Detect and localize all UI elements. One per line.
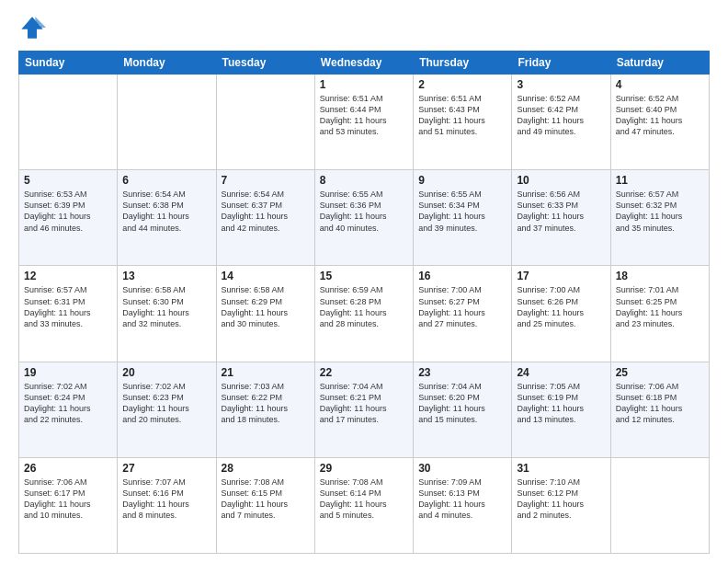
calendar-cell — [118, 75, 216, 170]
day-number: 19 — [24, 366, 112, 379]
day-info: Sunrise: 6:51 AM Sunset: 6:43 PM Dayligh… — [418, 93, 506, 138]
day-number: 10 — [517, 174, 605, 187]
calendar-cell: 28Sunrise: 7:08 AM Sunset: 6:15 PM Dayli… — [216, 457, 314, 553]
calendar-cell: 24Sunrise: 7:05 AM Sunset: 6:19 PM Dayli… — [512, 362, 610, 457]
calendar-cell: 8Sunrise: 6:55 AM Sunset: 6:36 PM Daylig… — [314, 170, 413, 266]
day-number: 3 — [517, 78, 605, 91]
calendar-cell: 3Sunrise: 6:52 AM Sunset: 6:42 PM Daylig… — [512, 75, 610, 170]
day-info: Sunrise: 6:57 AM Sunset: 6:31 PM Dayligh… — [24, 284, 112, 329]
day-info: Sunrise: 6:56 AM Sunset: 6:33 PM Dayligh… — [517, 189, 605, 234]
day-header-friday: Friday — [512, 52, 610, 75]
day-info: Sunrise: 7:04 AM Sunset: 6:21 PM Dayligh… — [320, 381, 408, 426]
day-number: 22 — [320, 366, 408, 379]
calendar-cell: 29Sunrise: 7:08 AM Sunset: 6:14 PM Dayli… — [314, 457, 413, 553]
day-number: 2 — [418, 78, 506, 91]
calendar-cell: 15Sunrise: 6:59 AM Sunset: 6:28 PM Dayli… — [314, 266, 413, 362]
page: SundayMondayTuesdayWednesdayThursdayFrid… — [0, 0, 728, 563]
day-header-wednesday: Wednesday — [314, 52, 413, 75]
calendar-cell — [216, 75, 314, 170]
day-number: 11 — [616, 174, 704, 187]
day-info: Sunrise: 7:08 AM Sunset: 6:14 PM Dayligh… — [320, 477, 408, 522]
day-header-sunday: Sunday — [19, 52, 118, 75]
day-number: 24 — [517, 366, 605, 379]
day-number: 27 — [122, 462, 210, 475]
calendar-cell: 30Sunrise: 7:09 AM Sunset: 6:13 PM Dayli… — [414, 457, 512, 553]
calendar-cell: 11Sunrise: 6:57 AM Sunset: 6:32 PM Dayli… — [610, 170, 709, 266]
day-info: Sunrise: 6:57 AM Sunset: 6:32 PM Dayligh… — [616, 189, 704, 234]
calendar-cell: 1Sunrise: 6:51 AM Sunset: 6:44 PM Daylig… — [314, 75, 413, 170]
calendar-cell: 17Sunrise: 7:00 AM Sunset: 6:26 PM Dayli… — [512, 266, 610, 362]
calendar-cell: 9Sunrise: 6:55 AM Sunset: 6:34 PM Daylig… — [414, 170, 512, 266]
day-number: 30 — [418, 462, 506, 475]
calendar-week-5: 26Sunrise: 7:06 AM Sunset: 6:17 PM Dayli… — [19, 457, 710, 553]
calendar-cell: 18Sunrise: 7:01 AM Sunset: 6:25 PM Dayli… — [610, 266, 709, 362]
day-info: Sunrise: 6:52 AM Sunset: 6:42 PM Dayligh… — [517, 93, 605, 138]
day-number: 8 — [320, 174, 408, 187]
day-number: 1 — [320, 78, 408, 91]
day-number: 29 — [320, 462, 408, 475]
calendar-cell — [610, 457, 709, 553]
calendar-cell: 10Sunrise: 6:56 AM Sunset: 6:33 PM Dayli… — [512, 170, 610, 266]
day-number: 17 — [517, 270, 605, 282]
svg-marker-0 — [21, 17, 42, 38]
day-number: 12 — [24, 270, 112, 282]
day-info: Sunrise: 6:58 AM Sunset: 6:29 PM Dayligh… — [222, 284, 310, 329]
day-info: Sunrise: 7:09 AM Sunset: 6:13 PM Dayligh… — [418, 477, 506, 522]
day-number: 23 — [418, 366, 506, 379]
day-info: Sunrise: 7:10 AM Sunset: 6:12 PM Dayligh… — [517, 477, 605, 522]
calendar-cell: 14Sunrise: 6:58 AM Sunset: 6:29 PM Dayli… — [216, 266, 314, 362]
day-number: 15 — [320, 270, 408, 282]
calendar-cell: 4Sunrise: 6:52 AM Sunset: 6:40 PM Daylig… — [610, 75, 709, 170]
calendar-cell: 7Sunrise: 6:54 AM Sunset: 6:37 PM Daylig… — [216, 170, 314, 266]
calendar-cell: 31Sunrise: 7:10 AM Sunset: 6:12 PM Dayli… — [512, 457, 610, 553]
day-number: 28 — [222, 462, 310, 475]
day-info: Sunrise: 6:59 AM Sunset: 6:28 PM Dayligh… — [320, 284, 408, 329]
day-number: 5 — [24, 174, 112, 187]
calendar-cell: 25Sunrise: 7:06 AM Sunset: 6:18 PM Dayli… — [610, 362, 709, 457]
day-info: Sunrise: 7:01 AM Sunset: 6:25 PM Dayligh… — [616, 284, 704, 329]
day-info: Sunrise: 7:00 AM Sunset: 6:26 PM Dayligh… — [517, 284, 605, 329]
day-info: Sunrise: 7:06 AM Sunset: 6:18 PM Dayligh… — [616, 381, 704, 426]
calendar-cell: 21Sunrise: 7:03 AM Sunset: 6:22 PM Dayli… — [216, 362, 314, 457]
calendar-cell: 20Sunrise: 7:02 AM Sunset: 6:23 PM Dayli… — [118, 362, 216, 457]
day-info: Sunrise: 6:55 AM Sunset: 6:34 PM Dayligh… — [418, 189, 506, 234]
calendar-cell: 12Sunrise: 6:57 AM Sunset: 6:31 PM Dayli… — [19, 266, 118, 362]
day-info: Sunrise: 7:04 AM Sunset: 6:20 PM Dayligh… — [418, 381, 506, 426]
calendar-week-3: 12Sunrise: 6:57 AM Sunset: 6:31 PM Dayli… — [19, 266, 710, 362]
calendar-cell: 16Sunrise: 7:00 AM Sunset: 6:27 PM Dayli… — [414, 266, 512, 362]
day-info: Sunrise: 7:02 AM Sunset: 6:24 PM Dayligh… — [24, 381, 112, 426]
logo — [18, 14, 51, 41]
day-number: 4 — [616, 78, 704, 91]
day-info: Sunrise: 7:03 AM Sunset: 6:22 PM Dayligh… — [222, 381, 310, 426]
day-header-monday: Monday — [118, 52, 216, 75]
day-info: Sunrise: 6:55 AM Sunset: 6:36 PM Dayligh… — [320, 189, 408, 234]
day-info: Sunrise: 6:52 AM Sunset: 6:40 PM Dayligh… — [616, 93, 704, 138]
day-info: Sunrise: 7:06 AM Sunset: 6:17 PM Dayligh… — [24, 477, 112, 522]
calendar-cell: 13Sunrise: 6:58 AM Sunset: 6:30 PM Dayli… — [118, 266, 216, 362]
day-info: Sunrise: 6:58 AM Sunset: 6:30 PM Dayligh… — [122, 284, 210, 329]
day-info: Sunrise: 6:54 AM Sunset: 6:38 PM Dayligh… — [122, 189, 210, 234]
day-number: 6 — [122, 174, 210, 187]
calendar-cell: 19Sunrise: 7:02 AM Sunset: 6:24 PM Dayli… — [19, 362, 118, 457]
day-info: Sunrise: 7:05 AM Sunset: 6:19 PM Dayligh… — [517, 381, 605, 426]
day-number: 13 — [122, 270, 210, 282]
day-info: Sunrise: 7:00 AM Sunset: 6:27 PM Dayligh… — [418, 284, 506, 329]
day-number: 14 — [222, 270, 310, 282]
day-info: Sunrise: 7:07 AM Sunset: 6:16 PM Dayligh… — [122, 477, 210, 522]
calendar-week-1: 1Sunrise: 6:51 AM Sunset: 6:44 PM Daylig… — [19, 75, 710, 170]
day-info: Sunrise: 6:54 AM Sunset: 6:37 PM Dayligh… — [222, 189, 310, 234]
day-number: 9 — [418, 174, 506, 187]
day-info: Sunrise: 7:08 AM Sunset: 6:15 PM Dayligh… — [222, 477, 310, 522]
calendar-cell: 26Sunrise: 7:06 AM Sunset: 6:17 PM Dayli… — [19, 457, 118, 553]
calendar-week-2: 5Sunrise: 6:53 AM Sunset: 6:39 PM Daylig… — [19, 170, 710, 266]
calendar-header-row: SundayMondayTuesdayWednesdayThursdayFrid… — [19, 52, 710, 75]
day-info: Sunrise: 6:53 AM Sunset: 6:39 PM Dayligh… — [24, 189, 112, 234]
calendar-cell: 2Sunrise: 6:51 AM Sunset: 6:43 PM Daylig… — [414, 75, 512, 170]
day-number: 18 — [616, 270, 704, 282]
calendar-cell: 5Sunrise: 6:53 AM Sunset: 6:39 PM Daylig… — [19, 170, 118, 266]
calendar-cell: 6Sunrise: 6:54 AM Sunset: 6:38 PM Daylig… — [118, 170, 216, 266]
day-number: 7 — [222, 174, 310, 187]
header — [18, 14, 710, 41]
day-header-thursday: Thursday — [414, 52, 512, 75]
day-number: 20 — [122, 366, 210, 379]
